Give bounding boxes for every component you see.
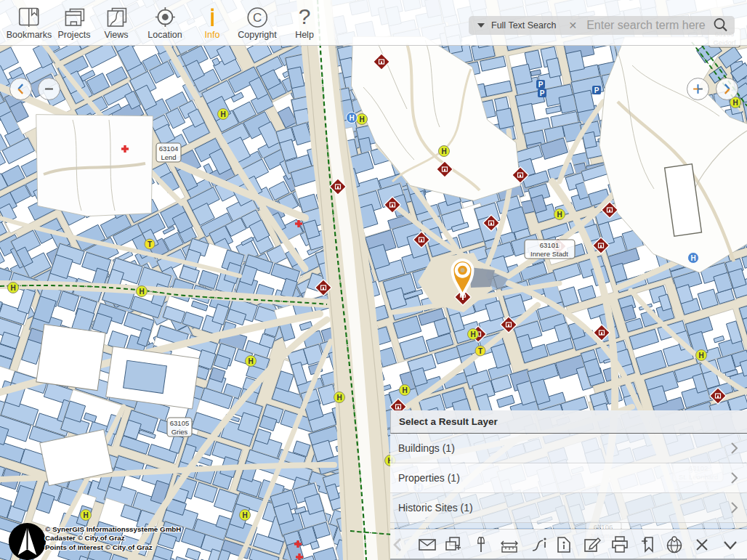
svg-text:H: H (336, 394, 342, 402)
svg-text:H: H (470, 330, 475, 338)
svg-text:H: H (698, 352, 703, 360)
svg-text:P: P (540, 89, 545, 97)
svg-text:H: H (10, 284, 15, 292)
svg-text:H: H (402, 386, 407, 394)
svg-text:H: H (242, 511, 247, 519)
svg-text:H: H (248, 357, 253, 365)
svg-text:63104: 63104 (159, 145, 178, 153)
svg-text:H: H (732, 99, 738, 107)
svg-text:63101: 63101 (540, 241, 559, 249)
svg-text:H: H (690, 254, 695, 262)
svg-text:Lend: Lend (161, 153, 176, 161)
svg-text:63105: 63105 (170, 419, 189, 427)
svg-text:Gries: Gries (171, 428, 188, 436)
svg-text:H: H (220, 110, 225, 118)
svg-text:T: T (478, 347, 482, 355)
svg-text:H: H (359, 115, 364, 123)
svg-text:Innere Stadt: Innere Stadt (530, 250, 568, 258)
svg-text:H: H (349, 114, 354, 122)
svg-text:H: H (83, 511, 88, 519)
svg-text:T: T (148, 240, 152, 248)
svg-text:P: P (594, 86, 599, 94)
svg-text:?: ? (299, 7, 311, 27)
svg-text:H: H (557, 211, 562, 219)
svg-text:P: P (538, 81, 544, 89)
svg-text:H: H (441, 147, 446, 155)
svg-text:H: H (139, 288, 144, 296)
svg-text:C: C (253, 11, 262, 25)
